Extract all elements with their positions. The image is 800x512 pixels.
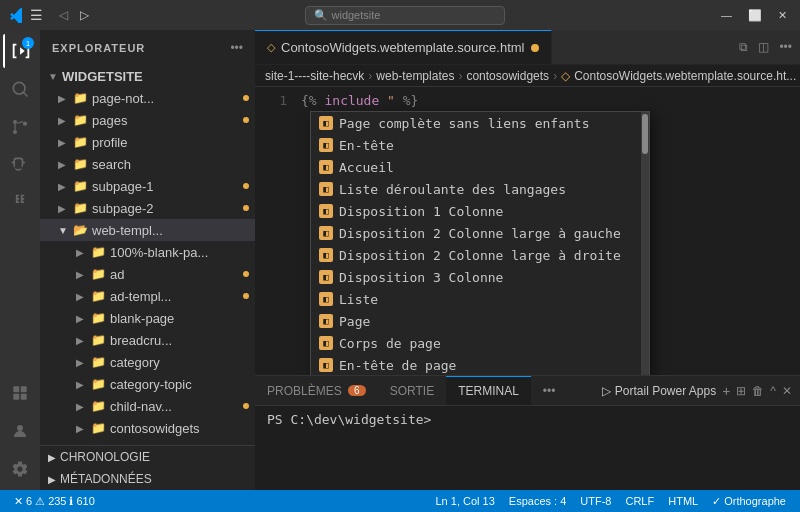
status-errors[interactable]: ✕ 6 ⚠ 235 ℹ 610: [8, 490, 101, 512]
split-editor-button[interactable]: ⧉: [737, 38, 750, 56]
maximize-panel-button[interactable]: ^: [770, 384, 776, 398]
minimize-button[interactable]: —: [716, 7, 737, 23]
list-item[interactable]: ▶ 📁 child-nav...: [40, 395, 255, 417]
nav-forward-button[interactable]: ▷: [76, 6, 93, 24]
item-label: subpage-1: [92, 179, 153, 194]
maximize-button[interactable]: ⬜: [743, 7, 767, 24]
status-language[interactable]: HTML: [662, 490, 704, 512]
status-spaces[interactable]: Espaces : 4: [503, 490, 572, 512]
split-terminal-button[interactable]: ⊞: [736, 384, 746, 398]
list-item[interactable]: ▶ 📁 category-topic: [40, 373, 255, 395]
tree-arrow-icon: ▶: [58, 93, 72, 104]
activity-debug[interactable]: [3, 148, 37, 182]
autocomplete-item[interactable]: ◧ Liste: [311, 288, 649, 310]
status-spell[interactable]: ✓ Orthographe: [706, 490, 792, 512]
ac-item-icon: ◧: [319, 160, 333, 174]
ac-item-label: En-tête de page: [339, 358, 456, 373]
autocomplete-item[interactable]: ◧ En-tête de page: [311, 354, 649, 375]
terminal-prompt: PS C:\dev\widgetsite>: [267, 412, 788, 427]
list-item[interactable]: ▶ 📁 page-not...: [40, 87, 255, 109]
new-terminal-button[interactable]: +: [722, 383, 730, 399]
autocomplete-item[interactable]: ◧ Disposition 3 Colonne: [311, 266, 649, 288]
breadcrumb-segment-4[interactable]: ContosoWidgets.webtemplate.source.ht...: [574, 69, 796, 83]
list-item[interactable]: ▶ 📁 category: [40, 351, 255, 373]
ac-item-label: Page: [339, 314, 370, 329]
autocomplete-item[interactable]: ◧ Disposition 2 Colonne large à droite: [311, 244, 649, 266]
list-item[interactable]: ▶ 📁 search: [40, 153, 255, 175]
activity-search[interactable]: [3, 72, 37, 106]
panel-content[interactable]: PS C:\dev\widgetsite>: [255, 406, 800, 490]
line-ending-text: CRLF: [625, 495, 654, 507]
sidebar-title: EXPLORATEUR: [52, 42, 145, 54]
ac-item-icon: ◧: [319, 248, 333, 262]
tree-root-label[interactable]: ▼ WIDGETSITE: [40, 65, 255, 87]
search-input-wrap[interactable]: 🔍 widgetsite: [305, 6, 505, 25]
status-encoding[interactable]: UTF-8: [574, 490, 617, 512]
status-line-ending[interactable]: CRLF: [619, 490, 660, 512]
close-panel-button[interactable]: ✕: [782, 384, 792, 398]
panel-tab-terminal[interactable]: TERMINAL: [446, 376, 531, 405]
status-position[interactable]: Ln 1, Col 13: [430, 490, 501, 512]
list-item[interactable]: ▶ 📁 profile: [40, 131, 255, 153]
item-label: profile: [92, 135, 127, 150]
warning-count: 235: [48, 495, 66, 507]
ac-item-icon: ◧: [319, 314, 333, 328]
list-item[interactable]: ▶ 📁 100%-blank-pa...: [40, 241, 255, 263]
activity-explorer[interactable]: 1: [3, 34, 37, 68]
list-item[interactable]: ▶ 📁 subpage-2: [40, 197, 255, 219]
item-label: web-templ...: [92, 223, 163, 238]
list-item[interactable]: ▼ 📂 web-templ...: [40, 219, 255, 241]
editor-content[interactable]: 1 {% include " %} ◧ Page complète sans l…: [255, 87, 800, 375]
item-label: 100%-blank-pa...: [110, 245, 208, 260]
tab-label: ContosoWidgets.webtemplate.source.html: [281, 40, 525, 55]
nav-back-button[interactable]: ◁: [55, 6, 72, 24]
sidebar-more-button[interactable]: •••: [230, 41, 243, 55]
list-item[interactable]: ▶ 📁 subpage-1: [40, 175, 255, 197]
list-item[interactable]: ▶ 📁 ad-templ...: [40, 285, 255, 307]
more-actions-button[interactable]: •••: [777, 38, 794, 56]
panel-more-icon: •••: [543, 384, 556, 398]
activity-extensions[interactable]: [3, 186, 37, 220]
autocomplete-item[interactable]: ◧ Corps de page: [311, 332, 649, 354]
delete-terminal-button[interactable]: 🗑: [752, 384, 764, 398]
breadcrumb-segment-2[interactable]: web-templates: [376, 69, 454, 83]
menu-icon[interactable]: ☰: [30, 7, 43, 23]
modified-dot: [243, 117, 249, 123]
list-item[interactable]: ▶ 📁 breadcru...: [40, 329, 255, 351]
item-label: category-topic: [110, 377, 192, 392]
autocomplete-item[interactable]: ◧ Accueil: [311, 156, 649, 178]
breadcrumb: site-1----site-hecvk › web-templates › c…: [255, 65, 800, 87]
collapse-arrow-icon: ▶: [48, 474, 56, 485]
modified-dot: [243, 293, 249, 299]
list-item[interactable]: ▶ 📁 ad: [40, 263, 255, 285]
active-tab[interactable]: ◇ ContosoWidgets.webtemplate.source.html: [255, 30, 552, 64]
autocomplete-item[interactable]: ◧ En-tête: [311, 134, 649, 156]
autocomplete-item[interactable]: ◧ Page: [311, 310, 649, 332]
list-item[interactable]: ▶ 📁 pages: [40, 109, 255, 131]
error-icon: ✕: [14, 495, 23, 508]
list-item[interactable]: ▶ 📁 blank-page: [40, 307, 255, 329]
activity-remote[interactable]: [3, 376, 37, 410]
metadonnees-section[interactable]: ▶ MÉTADONNÉES: [40, 468, 255, 490]
ac-item-label: Corps de page: [339, 336, 441, 351]
autocomplete-scrollbar[interactable]: [641, 112, 649, 375]
info-count: 610: [76, 495, 94, 507]
item-label: page-not...: [92, 91, 154, 106]
panel-tab-more[interactable]: •••: [531, 376, 568, 405]
breadcrumb-segment-3[interactable]: contosowidgets: [466, 69, 549, 83]
breadcrumb-segment-1[interactable]: site-1----site-hecvk: [265, 69, 364, 83]
autocomplete-item[interactable]: ◧ Page complète sans liens enfants: [311, 112, 649, 134]
autocomplete-item[interactable]: ◧ Disposition 2 Colonne large à gauche: [311, 222, 649, 244]
toggle-sidebar-button[interactable]: ◫: [756, 38, 771, 56]
svg-point-9: [17, 425, 23, 431]
close-button[interactable]: ✕: [773, 7, 792, 24]
chronologie-section[interactable]: ▶ CHRONOLOGIE: [40, 446, 255, 468]
panel-tab-problems[interactable]: PROBLÈMES 6: [255, 376, 378, 405]
list-item[interactable]: ▶ 📁 contosowidgets: [40, 417, 255, 439]
activity-source-control[interactable]: [3, 110, 37, 144]
autocomplete-item[interactable]: ◧ Liste déroulante des langages: [311, 178, 649, 200]
autocomplete-item[interactable]: ◧ Disposition 1 Colonne: [311, 200, 649, 222]
activity-accounts[interactable]: [3, 414, 37, 448]
activity-settings[interactable]: [3, 452, 37, 486]
panel-tab-output[interactable]: SORTIE: [378, 376, 446, 405]
